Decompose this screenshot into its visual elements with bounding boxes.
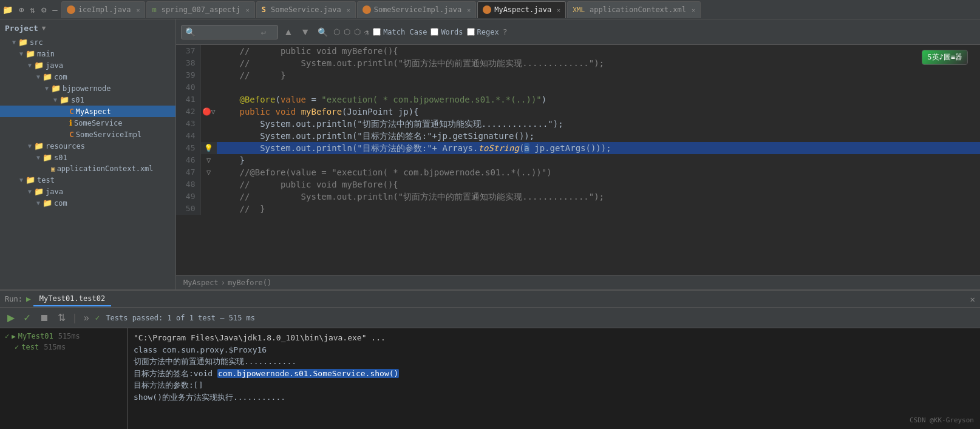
line-gutter-warn: 💡 bbox=[200, 142, 217, 154]
toolbar-icon-1[interactable]: ⊕ bbox=[16, 4, 26, 16]
run-replay-button[interactable]: » bbox=[81, 311, 92, 325]
sidebar-item-myaspect[interactable]: C MyAspect bbox=[0, 106, 175, 117]
help-button[interactable]: ? bbox=[503, 27, 508, 36]
sidebar-item-src[interactable]: ▼ 📁 src bbox=[0, 36, 175, 48]
filter-icon[interactable]: ⚗ bbox=[364, 27, 369, 37]
line-number: 45 bbox=[176, 142, 200, 154]
line-content: System.out.println("目标方法的签名:"+jp.getSign… bbox=[217, 130, 980, 142]
table-row: 40 bbox=[176, 81, 980, 93]
regex-option[interactable]: Regex bbox=[467, 28, 499, 36]
sidebar-item-main[interactable]: ▼ 📁 main bbox=[0, 48, 175, 59]
arrow-s01-res: ▼ bbox=[34, 154, 43, 161]
match-case-option[interactable]: Match Case bbox=[373, 28, 427, 36]
check-icon: ✓ bbox=[5, 332, 9, 340]
tab-close[interactable]: ✕ bbox=[347, 7, 350, 13]
console-line: 目标方法的签名:void com.bjpowernode.s01.SomeSer… bbox=[134, 368, 974, 380]
toolbar-icon-2[interactable]: ⇅ bbox=[27, 4, 37, 16]
sidebar-item-test-java[interactable]: ▼ 📁 java bbox=[0, 186, 175, 197]
table-row: 47 ▽ //@Before(value = "execution( * com… bbox=[176, 166, 980, 178]
run-stop-button[interactable]: ⏹ bbox=[37, 311, 52, 325]
test-duration: 515ms bbox=[58, 332, 80, 340]
toolbar-icon-4[interactable]: — bbox=[50, 4, 60, 16]
console-output[interactable]: "C:\Program Files\Java\jdk1.8.0_101\bin\… bbox=[128, 328, 980, 429]
dropdown-icon[interactable]: ▼ bbox=[42, 24, 46, 32]
search-input[interactable] bbox=[198, 27, 259, 36]
words-checkbox[interactable] bbox=[430, 28, 438, 36]
line-content: // } bbox=[217, 203, 980, 215]
sidebar-label-someservice: SomeService bbox=[74, 119, 122, 127]
bottom-close-icon[interactable]: ✕ bbox=[970, 294, 975, 304]
fold-icon[interactable]: ▽ bbox=[211, 107, 216, 116]
regex-checkbox[interactable] bbox=[467, 28, 475, 36]
code-editor[interactable]: S英♪圖≡器 37 // public void myBefore(){ 38 bbox=[176, 45, 980, 275]
line-gutter bbox=[200, 93, 217, 106]
tab-close[interactable]: ✕ bbox=[136, 7, 140, 13]
line-number: 37 bbox=[176, 45, 200, 57]
floating-widget: S英♪圖≡器 bbox=[922, 50, 968, 65]
tab-run-mytest[interactable]: MyTest01.test02 bbox=[33, 292, 111, 306]
run-sort-button[interactable]: ⇅ bbox=[55, 311, 68, 325]
tab-close[interactable]: ✕ bbox=[692, 7, 695, 13]
run-check-button[interactable]: ✓ bbox=[21, 311, 33, 325]
sidebar-item-test[interactable]: ▼ 📁 test bbox=[0, 174, 175, 186]
line-number: 47 bbox=[176, 166, 200, 178]
words-option[interactable]: Words bbox=[430, 28, 463, 36]
search-up-button[interactable]: ▲ bbox=[282, 26, 295, 38]
test-icon: ▶ bbox=[12, 333, 16, 340]
project-icon[interactable]: 📁 bbox=[2, 5, 13, 15]
sidebar-item-resources[interactable]: ▼ 📁 resources bbox=[0, 140, 175, 152]
tab-icon-c bbox=[67, 5, 75, 14]
tab-someservice[interactable]: S SomeService.java ✕ bbox=[256, 1, 356, 18]
tab-close[interactable]: ✕ bbox=[467, 7, 471, 13]
console-line: 目标方法的参数:[] bbox=[134, 379, 974, 391]
sidebar-item-test-com[interactable]: ▼ 📁 com bbox=[0, 197, 175, 209]
search-extra-2[interactable]: ⬡ bbox=[344, 27, 350, 36]
sidebar-item-s01[interactable]: ▼ 📁 s01 bbox=[0, 94, 175, 106]
toolbar-icon-3[interactable]: ⚙ bbox=[39, 4, 49, 16]
list-item[interactable]: ✓ test 515ms bbox=[0, 342, 127, 353]
search-down-button[interactable]: ▼ bbox=[299, 26, 312, 38]
sidebar-label-bjpowernode: bjpowernode bbox=[63, 84, 111, 93]
words-label: Words bbox=[441, 28, 463, 36]
sidebar-item-bjpowernode[interactable]: ▼ 📁 bjpowernode bbox=[0, 83, 175, 94]
tab-appcontext[interactable]: XML applicationContext.xml ✕ bbox=[567, 1, 701, 18]
tab-icon-s: S bbox=[262, 5, 266, 14]
console-line: 切面方法中的前置通知功能实现........... bbox=[134, 356, 974, 368]
status-dash: – bbox=[220, 314, 228, 322]
tab-myaspect[interactable]: MyAspect.java ✕ bbox=[477, 1, 566, 18]
line-content: // System.out.println("切面方法中的前置通知功能实现...… bbox=[217, 191, 980, 203]
fold-icon-47[interactable]: ▽ bbox=[206, 168, 211, 177]
tab-label-active: MyAspect.java bbox=[494, 5, 551, 14]
arrow-resources: ▼ bbox=[26, 143, 34, 149]
bottom-tab-bar: Run: ▶ MyTest01.test02 ✕ bbox=[0, 291, 980, 308]
search-input-wrap[interactable]: 🔍 ↵ bbox=[181, 25, 278, 39]
arrow-bjpowernode: ▼ bbox=[43, 85, 51, 92]
tab-someserviceimpl[interactable]: SomeServiceImpl.java ✕ bbox=[357, 1, 477, 18]
line-gutter bbox=[200, 203, 217, 215]
table-row-highlighted: 45 💡 System.out.println("目标方法的参数:"+ Arra… bbox=[176, 142, 980, 154]
sidebar-item-com[interactable]: ▼ 📁 com bbox=[0, 71, 175, 83]
sidebar-item-appcontext[interactable]: ▣ applicationContext.xml bbox=[0, 163, 175, 174]
search-extra-3[interactable]: ⬡ bbox=[354, 27, 361, 36]
tab-iceimpl[interactable]: iceImpl.java ✕ bbox=[61, 1, 146, 18]
search-magnify-button[interactable]: 🔍 bbox=[316, 27, 330, 38]
sidebar-item-someservice[interactable]: ℹ SomeService bbox=[0, 117, 175, 129]
sidebar-label-resources: resources bbox=[46, 142, 85, 150]
tab-close[interactable]: ✕ bbox=[557, 7, 560, 13]
arrow-s01: ▼ bbox=[51, 96, 60, 103]
sidebar-item-someserviceimpl[interactable]: C SomeServiceImpl bbox=[0, 129, 175, 140]
arrow-someservice bbox=[61, 120, 69, 126]
match-case-checkbox[interactable] bbox=[373, 28, 381, 36]
fold-icon-46[interactable]: ▽ bbox=[206, 156, 211, 164]
tab-spring007[interactable]: m spring_007_aspectj ✕ bbox=[146, 1, 254, 18]
console-line: "C:\Program Files\Java\jdk1.8.0_101\bin\… bbox=[134, 332, 974, 344]
search-enter-icon[interactable]: ↵ bbox=[261, 27, 266, 36]
tab-close[interactable]: ✕ bbox=[246, 7, 250, 13]
sidebar-item-s01-res[interactable]: ▼ 📁 s01 bbox=[0, 152, 175, 163]
debug-icon[interactable]: 🔴 bbox=[202, 107, 211, 116]
search-extra-1[interactable]: ⬡ bbox=[333, 27, 340, 36]
sidebar-label-test-java: java bbox=[46, 187, 63, 196]
list-item[interactable]: ✓ ▶ MyTest01 515ms bbox=[0, 331, 127, 342]
run-button[interactable]: ▶ bbox=[5, 311, 17, 325]
sidebar-item-java[interactable]: ▼ 📁 java bbox=[0, 59, 175, 71]
